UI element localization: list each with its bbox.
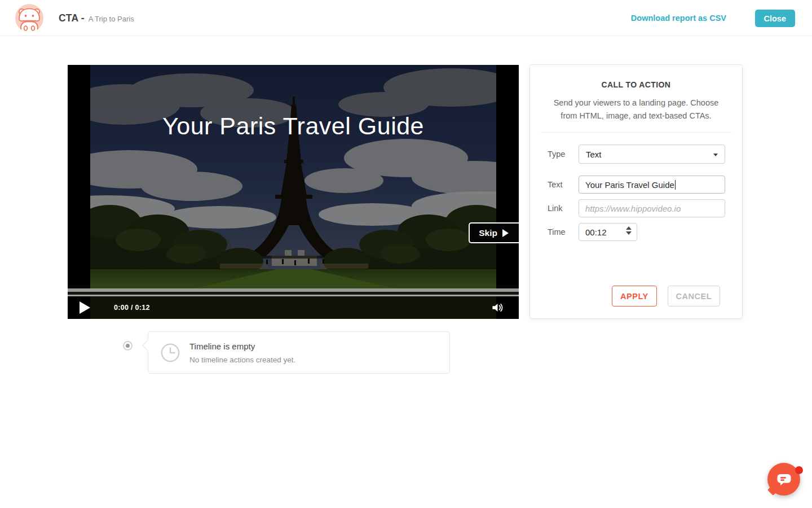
cta-actions: APPLY CANCEL xyxy=(612,286,720,306)
type-label: Type xyxy=(548,150,579,159)
text-field-row: Text Your Paris Travel Guide xyxy=(548,176,725,194)
play-button[interactable] xyxy=(80,301,92,314)
divider xyxy=(540,132,732,133)
cta-panel-title: CALL TO ACTION xyxy=(530,80,742,89)
time-field-row: Time 00:12 xyxy=(548,223,725,241)
stepper-up-icon[interactable] xyxy=(626,226,632,230)
volume-icon xyxy=(491,301,504,314)
skip-button-label: Skip xyxy=(479,228,497,238)
cta-editor-page: CTA - A Trip to Paris Download report as… xyxy=(0,0,812,508)
cta-time-value: 00:12 xyxy=(585,227,607,237)
card-notch xyxy=(142,340,153,351)
cta-text-input[interactable]: Your Paris Travel Guide xyxy=(579,176,725,194)
player-controls: 0:00 / 0:12 xyxy=(68,296,519,319)
time-stepper xyxy=(626,226,632,235)
timeline-empty-card: Timeline is empty No timeline actions cr… xyxy=(148,331,450,374)
type-field-row: Type Text xyxy=(548,144,725,164)
video-name: A Trip to Paris xyxy=(89,13,134,23)
skip-button[interactable]: Skip xyxy=(469,222,519,243)
chat-bubble-icon xyxy=(776,473,792,486)
cta-type-select[interactable]: Text xyxy=(579,144,725,164)
paris-video-still xyxy=(90,65,496,288)
apply-button[interactable]: APPLY xyxy=(612,286,657,306)
play-icon xyxy=(80,301,90,314)
timeline-empty-subtitle: No timeline actions created yet. xyxy=(189,356,295,364)
clock-icon xyxy=(161,343,180,365)
download-csv-link[interactable]: Download report as CSV xyxy=(631,0,726,36)
chevron-down-icon xyxy=(713,154,718,156)
link-field-row: Link xyxy=(548,199,725,217)
volume-button[interactable] xyxy=(491,301,504,314)
cancel-button[interactable]: CANCEL xyxy=(668,286,720,306)
cta-type-selected-value: Text xyxy=(586,150,602,159)
page-title: CTA - xyxy=(59,12,85,24)
skip-play-icon xyxy=(502,229,509,237)
hippo-logo-icon xyxy=(15,4,43,32)
app-header: CTA - A Trip to Paris Download report as… xyxy=(0,0,812,36)
time-label: Time xyxy=(548,227,579,237)
stepper-down-icon[interactable] xyxy=(626,231,632,235)
notification-dot xyxy=(795,466,803,474)
video-frame[interactable]: Your Paris Travel Guide Skip xyxy=(68,65,519,288)
close-button[interactable]: Close xyxy=(755,10,796,27)
text-label: Text xyxy=(548,180,579,189)
video-overlay-title: Your Paris Travel Guide xyxy=(68,112,519,140)
cta-time-input[interactable]: 00:12 xyxy=(579,223,637,241)
cta-panel-description: Send your viewers to a landing page. Cho… xyxy=(546,97,726,122)
text-cursor xyxy=(675,180,676,190)
timeline-empty-title: Timeline is empty xyxy=(189,341,255,351)
video-player: Your Paris Travel Guide Skip 0:00 / 0:12 xyxy=(68,65,519,319)
cta-text-value: Your Paris Travel Guide xyxy=(585,180,674,190)
time-display: 0:00 / 0:12 xyxy=(114,304,150,312)
cta-link-input[interactable] xyxy=(579,199,725,217)
cta-panel: CALL TO ACTION Send your viewers to a la… xyxy=(529,64,743,319)
cta-form: Type Text Text Your Paris Travel Guide L… xyxy=(530,144,742,241)
breadcrumb: CTA - A Trip to Paris xyxy=(59,0,134,36)
timeline-dot xyxy=(123,341,133,351)
link-label: Link xyxy=(548,204,579,213)
